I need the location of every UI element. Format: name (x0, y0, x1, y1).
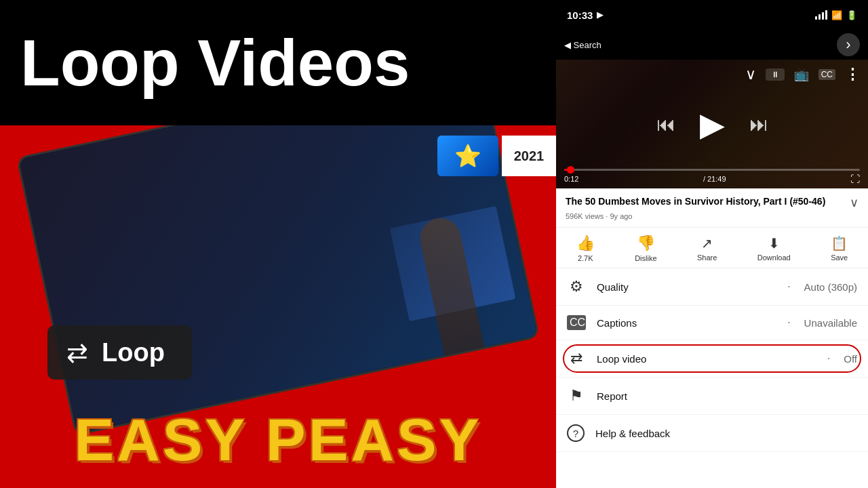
loop-video-value: Off (844, 353, 857, 365)
skip-back-button[interactable]: ⏮ (656, 113, 675, 136)
report-label: Report (597, 390, 857, 402)
pause-button[interactable]: ⏸ (766, 68, 785, 81)
main-title: Loop Videos (20, 30, 410, 96)
status-right: 📶 🔋 (815, 10, 857, 20)
status-left: 10:33 ▶ (567, 9, 603, 21)
status-time: 10:33 (567, 9, 593, 21)
skip-forward-button[interactable]: ⏭ (749, 113, 768, 136)
help-feedback-menu-item[interactable]: ? Help & feedback (556, 415, 868, 452)
quality-label: Quality (597, 281, 774, 293)
right-panel: 10:33 ▶ 📶 🔋 ◀ Search › ∨ ⏸ 📺 CC (556, 0, 868, 488)
quality-value: Auto (360p) (804, 281, 857, 293)
year-badge: 2021 (502, 136, 556, 176)
save-button[interactable]: 📋 Save (831, 235, 848, 262)
video-info: The 50 Dumbest Moves in Survivor History… (556, 188, 868, 228)
upload-age: 9y ago (610, 212, 632, 220)
playback-controls: ⏮ ▶ ⏭ (656, 105, 768, 143)
dislike-button[interactable]: 👎 Dislike (635, 235, 656, 262)
video-controls-bar: ∨ ⏸ 📺 CC ⋮ (556, 60, 868, 89)
loop-video-icon: ⇄ (567, 350, 586, 367)
action-bar: 👍 2.7K 👎 Dislike ↗ Share ⬇ Download 📋 Sa… (556, 228, 868, 268)
dislike-label: Dislike (635, 254, 656, 262)
download-icon: ⬇ (768, 235, 780, 251)
save-icon: 📋 (831, 235, 848, 251)
signal-bar-1 (815, 16, 817, 20)
nav-bar: ◀ Search › (556, 30, 868, 60)
red-section: ⭐ 2021 ⇄ Loop EASY PEASY (0, 125, 556, 488)
progress-dot (567, 166, 574, 174)
time-row: 0:12 / 21:49 ⛶ (564, 174, 860, 184)
fullscreen-button[interactable]: ⛶ (850, 174, 860, 184)
like-icon: 👍 (576, 235, 595, 252)
menu-list: ⚙ Quality · Auto (360p) CC Captions · Un… (556, 268, 868, 488)
star-badge: ⭐ (437, 136, 498, 176)
status-bar: 10:33 ▶ 📶 🔋 (556, 0, 868, 30)
chevron-down-icon[interactable]: ∨ (745, 66, 756, 83)
captions-label: Captions (597, 317, 774, 329)
total-time: / 21:49 (703, 175, 726, 183)
download-label: Download (757, 253, 791, 262)
progress-track[interactable] (564, 169, 860, 171)
save-label: Save (831, 253, 848, 262)
loop-icon: ⇄ (66, 338, 88, 367)
video-meta: 596K views · 9y ago (566, 212, 859, 220)
video-title: The 50 Dumbest Moves in Survivor History… (566, 195, 844, 207)
signal-bar-3 (822, 12, 824, 20)
loop-button-label: Loop (102, 338, 165, 367)
loop-button-overlay: ⇄ Loop (47, 325, 192, 380)
download-button[interactable]: ⬇ Download (757, 235, 791, 262)
current-time: 0:12 (564, 175, 578, 183)
back-search-label[interactable]: ◀ Search (564, 40, 831, 50)
help-feedback-label: Help & feedback (595, 428, 857, 439)
video-title-row: The 50 Dumbest Moves in Survivor History… (566, 195, 859, 210)
top-black-section: Loop Videos (0, 0, 556, 125)
signal-bar-2 (818, 14, 821, 20)
location-icon: ▶ (597, 10, 603, 20)
help-icon: ? (567, 424, 585, 442)
battery-icon: 🔋 (846, 10, 857, 20)
like-count: 2.7K (578, 254, 593, 262)
loop-video-label: Loop video (597, 353, 814, 365)
play-button[interactable]: ▶ (700, 105, 725, 143)
dislike-icon: 👎 (637, 235, 655, 252)
share-label: Share (697, 253, 717, 262)
like-button[interactable]: 👍 2.7K (576, 235, 595, 262)
left-panel: Loop Videos ⭐ 2021 ⇄ Loop EASY PEASY (0, 0, 556, 488)
captions-icon: CC (567, 315, 586, 330)
expand-icon[interactable]: ∨ (850, 195, 859, 210)
video-player[interactable]: ∨ ⏸ 📺 CC ⋮ ⏮ ▶ ⏭ 0:12 / 21:49 ⛶ (556, 60, 868, 188)
signal-bar-4 (825, 10, 827, 20)
easy-peasy-text: EASY PEASY (0, 405, 556, 474)
more-options-icon[interactable]: ⋮ (845, 66, 860, 83)
share-button[interactable]: ↗ Share (697, 235, 717, 262)
video-time-bar: 0:12 / 21:49 ⛶ (556, 165, 868, 188)
nav-forward-button[interactable]: › (837, 33, 860, 56)
wifi-icon: 📶 (831, 10, 842, 20)
report-icon: ⚑ (567, 387, 586, 405)
share-icon: ↗ (701, 235, 713, 251)
loop-video-menu-item[interactable]: ⇄ Loop video · Off (556, 340, 868, 378)
captions-value: Unavailable (804, 317, 857, 329)
subtitle-icon[interactable]: CC (818, 69, 835, 80)
forward-icon: › (846, 36, 850, 54)
quality-menu-item[interactable]: ⚙ Quality · Auto (360p) (556, 268, 868, 306)
report-menu-item[interactable]: ⚑ Report (556, 378, 868, 415)
quality-icon: ⚙ (567, 278, 586, 296)
signal-bars (815, 10, 827, 20)
view-count: 596K views (566, 212, 604, 220)
cast-icon[interactable]: 📺 (794, 67, 809, 82)
captions-menu-item[interactable]: CC Captions · Unavailable (556, 306, 868, 340)
